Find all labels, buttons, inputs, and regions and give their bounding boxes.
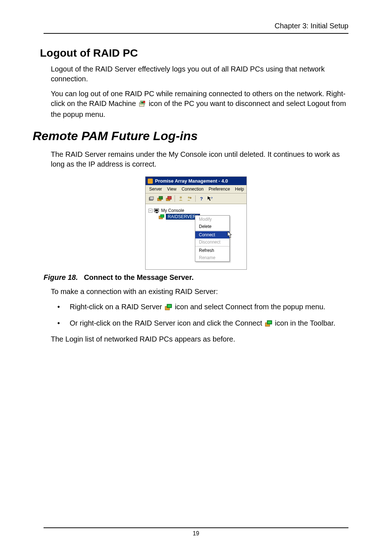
toolbar-disconnect-icon[interactable] [165,195,172,202]
toolbar-users-icon[interactable] [186,195,193,202]
svg-rect-5 [150,197,154,200]
toolbar-context-help-icon[interactable]: ? [207,195,214,202]
svg-rect-7 [159,196,163,199]
context-menu[interactable]: Modify Delete Connect Disconnect Refresh… [195,215,230,262]
svg-point-10 [180,196,182,199]
svg-point-11 [188,197,190,199]
menu-help[interactable]: Help [233,186,246,192]
svg-rect-9 [168,196,171,199]
heading-remote-pam-future-logins: Remote PAM Future Log-ins [33,129,348,143]
toolbar-new-icon[interactable] [148,195,155,202]
list-item: Or right-click on the RAID Server icon a… [57,318,348,329]
heading-logout-raid-pc: Logout of RAID PC [40,47,348,59]
paragraph: To make a connection with an existing RA… [51,287,348,297]
chapter-header: Chapter 3: Initial Setup [44,22,348,34]
paragraph: The Login list of networked RAID PCs app… [51,334,348,344]
toolbar-separator [175,195,175,202]
svg-point-12 [190,197,192,199]
menu-item-connect-label: Connect [199,232,215,237]
list-item: Right-click on a RAID Server icon and se… [57,302,348,313]
toolbar-user-icon[interactable] [177,195,184,202]
tree-view[interactable]: − My Console RAIDSERVER1 Modify Delete [146,204,246,269]
svg-point-3 [143,101,145,103]
menu-server[interactable]: Server [147,186,164,192]
svg-rect-25 [268,321,271,323]
menu-item-refresh[interactable]: Refresh [195,247,229,254]
svg-rect-16 [156,212,158,213]
menu-item-modify: Modify [195,216,229,223]
toolbar: ? ? [146,193,246,204]
menu-view[interactable]: View [165,186,179,192]
text-run: icon and select Connect from the popup m… [175,303,326,311]
tree-root-row[interactable]: − My Console [148,208,244,213]
svg-rect-19 [161,215,163,217]
menu-item-rename: Rename [195,254,229,261]
svg-rect-22 [168,305,171,307]
app-window: Promise Array Management - 4.0 Server Vi… [145,176,247,270]
text-run: Right-click on a RAID Server [70,303,164,311]
menu-item-delete[interactable]: Delete [195,223,229,230]
page: Chapter 3: Initial Setup Logout of RAID … [0,0,392,555]
figure: Promise Array Management - 4.0 Server Vi… [44,176,348,270]
menu-item-disconnect: Disconnect [195,238,229,246]
paragraph: Logout of the RAID Server effectively lo… [51,64,348,84]
figure-label: Figure 18. [44,273,78,281]
console-icon [154,208,160,213]
paragraph: You can log out of one RAID PC while rem… [51,89,348,119]
raid-server-icon [159,214,164,219]
text-run: Or right-click on the RAID Server icon a… [70,319,264,327]
raid-server-icon [165,303,172,313]
raid-machine-icon [139,100,146,110]
cursor-icon [227,231,233,238]
page-number: 19 [193,530,199,536]
toolbar-connect-icon[interactable] [156,195,164,202]
toolbar-separator [195,195,196,202]
window-title: Promise Array Management - 4.0 [155,178,228,184]
menu-item-connect[interactable]: Connect [195,231,229,238]
app-icon [148,179,153,184]
window-titlebar: Promise Array Management - 4.0 [146,177,246,185]
svg-rect-15 [155,209,158,211]
text-run: icon in the Toolbar. [275,319,335,327]
menubar[interactable]: Server View Connection Preference Help [146,185,246,193]
tree-root-label: My Console [161,208,184,213]
svg-text:?: ? [211,196,213,200]
menu-connection[interactable]: Connection [179,186,206,192]
toolbar-help-icon[interactable]: ? [198,195,205,202]
page-footer: 19 [44,527,348,537]
figure-caption-text: Connect to the Message Server. [84,273,193,281]
tree-collapse-icon[interactable]: − [148,209,152,213]
menu-separator [195,246,229,246]
menu-separator [195,230,229,231]
connect-icon [265,319,272,329]
figure-caption: Figure 18. Connect to the Message Server… [44,273,348,282]
bullet-list: Right-click on a RAID Server icon and se… [57,302,348,329]
menu-preference[interactable]: Preference [207,186,232,192]
paragraph: The RAID Server remains under the My Con… [51,150,348,169]
